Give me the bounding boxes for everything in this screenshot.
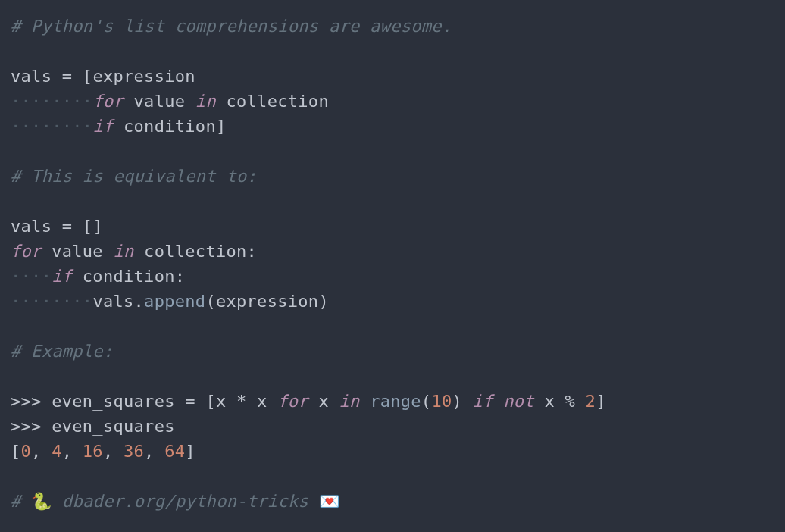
equals: = [52,217,83,236]
keyword-in: in [113,242,133,261]
paren-close: ) [452,392,463,411]
space [134,242,145,261]
variable: even_squares [52,417,175,436]
bracket-open: [ [11,442,21,461]
space [42,392,52,411]
space [103,242,114,261]
variable: vals [11,217,52,236]
paren-open: ( [205,292,216,311]
operator: * [226,392,257,411]
code-line-assign: vals = [expression [11,64,774,89]
number-literal: 0 [21,442,32,461]
number-literal: 10 [431,392,452,411]
comma: , [144,442,164,461]
blank-line [11,139,774,164]
bracket-close: ] [185,442,195,461]
variable: collection [226,92,328,111]
method-name: append [144,292,205,311]
comment-hash: # [11,492,31,511]
code-line-call: ········vals.append(expression) [11,289,774,314]
comment-text: # Python's list comprehensions are aweso… [11,17,452,36]
variable: collection: [144,242,257,261]
bracket-close: ] [216,117,227,136]
code-line-assign: vals = [] [11,214,774,239]
variable: condition [124,117,216,136]
space [42,242,52,261]
operator: % [555,392,586,411]
paren-open: ( [421,392,432,411]
comment-text: # This is equivalent to: [11,167,257,186]
space [462,392,473,411]
space [360,392,371,411]
dot: . [134,292,145,311]
variable: value [134,92,186,111]
variable: even_squares [52,392,175,411]
blank-line [11,189,774,214]
keyword-if: if [52,267,72,286]
blank-line [11,464,774,489]
space [308,392,319,411]
space [72,267,83,286]
url-text: dbader.org/python-tricks [62,492,308,511]
number-literal: 64 [164,442,185,461]
blank-line [11,314,774,339]
bracket-open: [ [83,217,93,236]
space [308,492,319,511]
repl-prompt: >>> [11,417,42,436]
repl-prompt: >>> [11,392,42,411]
argument: expression [216,292,318,311]
number-literal: 36 [124,442,144,461]
comment-line: # Example: [11,339,774,364]
bracket-open: [ [83,67,93,86]
code-line-if: ········if condition] [11,114,774,139]
love-letter-icon: 💌 [319,492,339,511]
variable: vals [92,292,133,311]
variable: x [544,392,555,411]
comma: , [103,442,124,461]
comment-text: # Example: [11,342,113,361]
comment-line: # Python's list comprehensions are aweso… [11,14,774,39]
keyword-in: in [339,392,359,411]
code-block: # Python's list comprehensions are aweso… [11,14,774,514]
space [113,117,124,136]
equals: = [52,67,83,86]
indent-dots: ········ [11,117,92,136]
space [124,92,134,111]
indent-dots: ········ [11,292,92,311]
comma: , [62,442,83,461]
keyword-not: not [503,392,534,411]
comment-line: # 🐍 dbader.org/python-tricks 💌 [11,489,774,514]
snake-icon: 🐍 [31,492,52,511]
equals: = [175,392,206,411]
code-line-if: ····if condition: [11,264,774,289]
comma: , [31,442,52,461]
variable: x [216,392,227,411]
output-line: [0, 4, 16, 36, 64] [11,439,774,464]
variable: condition: [83,267,185,286]
space [185,92,195,111]
variable: x [318,392,329,411]
space [329,392,339,411]
variable: vals [11,67,52,86]
bracket-close: ] [92,217,103,236]
paren-close: ) [318,292,329,311]
keyword-if: if [92,117,113,136]
repl-line: >>> even_squares [11,414,774,439]
code-line-for: for value in collection: [11,239,774,264]
blank-line [11,39,774,64]
space [52,492,62,511]
keyword-in: in [195,92,216,111]
variable: value [52,242,103,261]
bracket-close: ] [596,392,606,411]
space [216,92,227,111]
space [42,417,52,436]
space [493,392,504,411]
number-literal: 16 [83,442,103,461]
indent-dots: ········ [11,92,92,111]
indent-dots: ···· [11,267,52,286]
keyword-for: for [92,92,124,111]
space [267,392,278,411]
expression-text: expression [92,67,195,86]
bracket-open: [ [205,392,216,411]
keyword-if: if [473,392,493,411]
